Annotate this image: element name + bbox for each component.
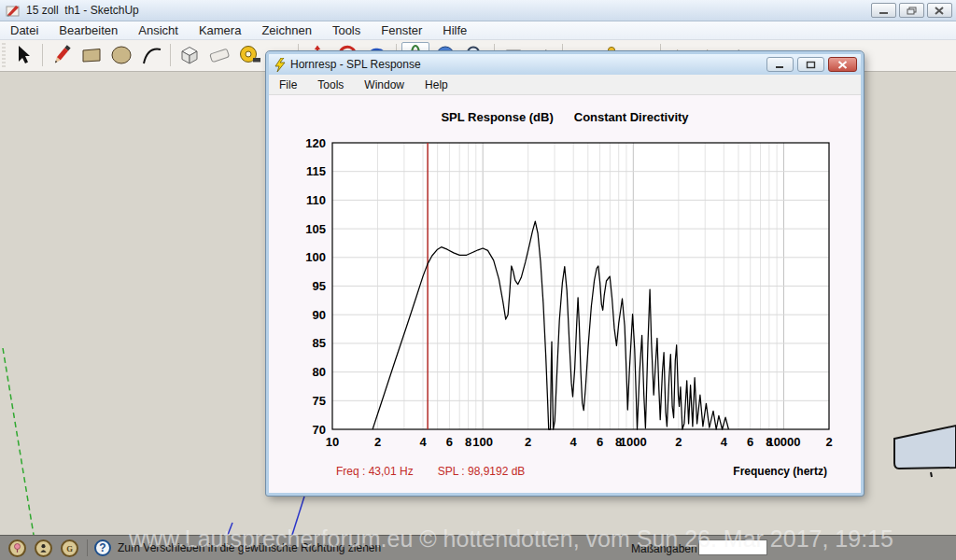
green-axis-line — [3, 348, 34, 535]
hornresp-window: Hornresp - SPL Response FileToolsWindowH… — [266, 51, 864, 496]
blue-axis-line-2 — [228, 523, 232, 535]
toolbar-divider — [42, 44, 43, 66]
rectangle-tool-icon[interactable] — [77, 42, 105, 68]
model-face — [894, 426, 956, 469]
menu-ansicht[interactable]: Ansicht — [128, 23, 189, 37]
status-hint: Zum Verschieben in die gewünschte Richtu… — [118, 541, 381, 554]
line-tool-icon[interactable] — [48, 42, 76, 68]
svg-text:70: 70 — [313, 423, 326, 437]
menu-hilfe[interactable]: Hilfe — [432, 23, 477, 37]
svg-text:10: 10 — [326, 435, 339, 449]
svg-text:105: 105 — [305, 222, 326, 236]
svg-text:85: 85 — [313, 336, 326, 350]
x-axis-label: Frequency (hertz) — [733, 465, 827, 478]
svg-text:4: 4 — [419, 435, 427, 449]
eraser-tool-icon[interactable] — [205, 42, 233, 68]
readout-spl: SPL : 98,9192 dB — [438, 465, 526, 478]
menu-fenster[interactable]: Fenster — [371, 23, 432, 37]
svg-text:2: 2 — [825, 435, 832, 449]
sketchup-menubar: DateiBearbeitenAnsichtKameraZeichnenTool… — [0, 21, 956, 40]
window-controls — [871, 3, 952, 18]
svg-text:95: 95 — [313, 279, 326, 293]
geolocation-icon[interactable] — [8, 539, 26, 557]
menu-datei[interactable]: Datei — [0, 23, 49, 37]
svg-text:120: 120 — [305, 136, 326, 150]
toolbar-divider — [170, 44, 171, 66]
svg-text:2: 2 — [675, 435, 682, 449]
svg-text:8: 8 — [465, 435, 471, 449]
svg-text:2: 2 — [374, 435, 381, 449]
menu-bearbeiten[interactable]: Bearbeiten — [49, 23, 128, 37]
minimize-button[interactable] — [871, 3, 896, 18]
svg-text:10000: 10000 — [766, 435, 800, 449]
sketchup-statusbar: G ? Zum Verschieben in die gewünschte Ri… — [0, 535, 956, 560]
svg-text:4: 4 — [570, 435, 578, 449]
svg-text:115: 115 — [306, 164, 326, 178]
readout-frequency: Freq : 43,01 Hz — [336, 465, 414, 478]
pushpull-tool-icon[interactable] — [176, 42, 204, 68]
toolbar-handle[interactable] — [2, 43, 6, 67]
svg-text:6: 6 — [597, 435, 603, 449]
menu-kamera[interactable]: Kamera — [189, 23, 252, 37]
g-logo-icon[interactable]: G — [61, 539, 78, 557]
sketchup-logo-icon — [6, 4, 21, 17]
sketchup-titlebar: 15 zoll th1 - SketchUp — [0, 0, 956, 21]
svg-text:100: 100 — [305, 250, 326, 264]
menu-tools[interactable]: Tools — [322, 23, 371, 37]
circle-tool-icon[interactable] — [107, 42, 135, 68]
svg-text:75: 75 — [313, 394, 326, 408]
blue-axis-line — [292, 497, 304, 535]
credit-attribution-icon[interactable] — [35, 539, 52, 557]
svg-text:6: 6 — [747, 435, 753, 449]
arc-tool-icon[interactable] — [137, 42, 165, 68]
svg-text:2: 2 — [525, 435, 531, 449]
measurements-label: Maßangaben — [631, 542, 697, 555]
svg-text:G: G — [66, 544, 73, 553]
select-tool-icon[interactable] — [9, 42, 37, 68]
restore-button[interactable] — [899, 3, 924, 18]
help-icon[interactable]: ? — [94, 539, 111, 556]
svg-text:1000: 1000 — [620, 435, 647, 449]
svg-text:100: 100 — [472, 435, 493, 449]
tape-measure-tool-icon[interactable] — [235, 42, 263, 68]
svg-text:110: 110 — [306, 193, 326, 207]
close-button[interactable] — [927, 3, 952, 18]
cursor-readout: Freq : 43,01 HzSPL : 98,9192 dB — [336, 465, 549, 478]
svg-text:90: 90 — [313, 308, 326, 322]
window-title: 15 zoll th1 - SketchUp — [26, 4, 139, 17]
svg-text:80: 80 — [313, 365, 326, 379]
statusbar-divider — [87, 539, 88, 556]
spl-response-chart[interactable]: 7075808590951001051101151201024681002468… — [269, 54, 861, 493]
menu-zeichnen[interactable]: Zeichnen — [251, 23, 321, 37]
sketchup-window: 15 zoll th1 - SketchUp DateiBearbeitenAn… — [0, 0, 956, 560]
svg-text:4: 4 — [721, 435, 728, 449]
measurements-input[interactable] — [698, 539, 767, 555]
svg-text:6: 6 — [446, 435, 453, 449]
